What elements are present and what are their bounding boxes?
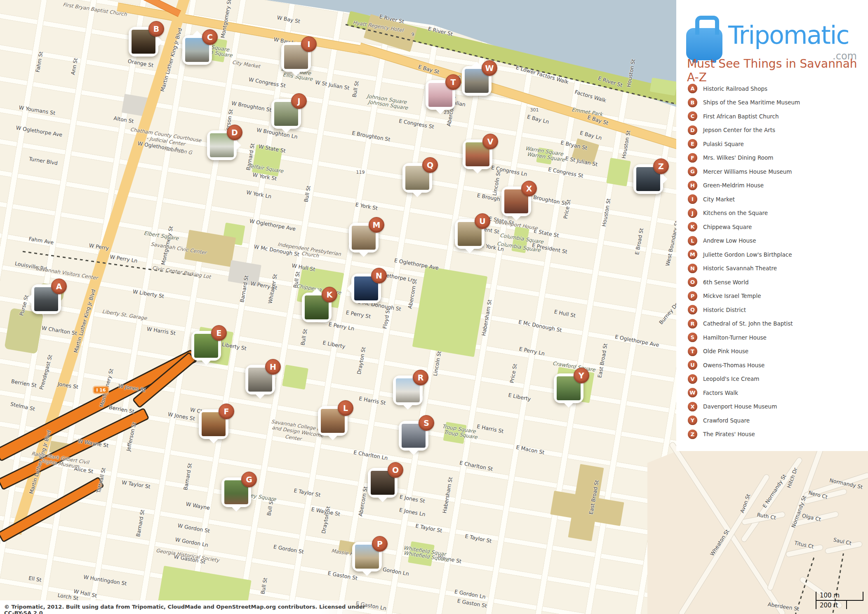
map-marker-S[interactable]: S bbox=[399, 421, 428, 451]
marker-badge-N: N bbox=[371, 268, 387, 283]
legend-label: Mrs. Wilkes' Dining Room bbox=[703, 154, 773, 161]
legend-badge-K: K bbox=[688, 222, 697, 231]
map-marker-Q[interactable]: Q bbox=[402, 163, 432, 193]
legend-badge-Q: Q bbox=[688, 305, 697, 314]
legend-label: Owens-Thomas House bbox=[703, 362, 764, 368]
marker-badge-D: D bbox=[227, 125, 242, 140]
legend-label: The Pirates' House bbox=[703, 431, 755, 437]
legend-badge-B: B bbox=[688, 98, 697, 107]
map-marker-V[interactable]: V bbox=[463, 139, 492, 169]
marker-badge-P: P bbox=[372, 536, 388, 552]
legend-label: Kitchens on the Square bbox=[703, 210, 768, 216]
legend-item-P[interactable]: PMickve Israel Temple bbox=[688, 291, 800, 301]
marker-badge-J: J bbox=[291, 93, 307, 109]
marker-badge-H: H bbox=[265, 359, 281, 375]
legend-badge-S: S bbox=[688, 333, 697, 342]
legend-item-A[interactable]: AHistoric Railroad Shops bbox=[688, 84, 800, 93]
map-marker-I[interactable]: I bbox=[281, 42, 311, 72]
map-marker-W[interactable]: W bbox=[462, 66, 492, 96]
legend-item-G[interactable]: GMercer Williams House Museum bbox=[688, 167, 800, 176]
legend-panel: Tripomatic .com Must See Things in Savan… bbox=[676, 0, 868, 451]
map-marker-T[interactable]: T bbox=[426, 80, 455, 110]
legend-item-O[interactable]: O6th Sense World bbox=[688, 277, 800, 287]
map-marker-F[interactable]: F bbox=[199, 409, 228, 439]
map-marker-J[interactable]: J bbox=[271, 99, 301, 129]
map-marker-Z[interactable]: Z bbox=[633, 164, 663, 194]
legend-item-S[interactable]: SHamilton-Turner House bbox=[688, 333, 800, 342]
marker-badge-I: I bbox=[301, 36, 317, 52]
park-madison-square bbox=[282, 365, 308, 390]
legend-label: Juliette Gordon Low's Birthplace bbox=[703, 251, 792, 258]
map-marker-U[interactable]: U bbox=[455, 219, 485, 249]
legend-badge-O: O bbox=[688, 277, 697, 287]
legend-item-E[interactable]: EPulaski Square bbox=[688, 139, 800, 149]
legend-label: Factors Walk bbox=[703, 390, 738, 396]
legend-item-I[interactable]: ICity Market bbox=[688, 194, 800, 204]
southeast-district-area bbox=[647, 438, 868, 614]
map-marker-L[interactable]: L bbox=[318, 406, 348, 436]
legend-label: Olde Pink House bbox=[703, 348, 748, 354]
legend-item-T[interactable]: TOlde Pink House bbox=[688, 347, 800, 356]
scale-bar: 100 m 200 ft bbox=[816, 592, 863, 609]
map-marker-P[interactable]: P bbox=[352, 542, 382, 571]
legend-badge-L: L bbox=[688, 236, 697, 246]
legend-label: Hamilton-Turner House bbox=[703, 334, 767, 341]
legend-badge-N: N bbox=[688, 264, 697, 273]
legend-item-W[interactable]: WFactors Walk bbox=[688, 388, 800, 397]
legend-item-C[interactable]: CFirst African Baptist Church bbox=[688, 111, 800, 121]
scale-imperial: 200 ft bbox=[816, 601, 847, 609]
map-marker-X[interactable]: X bbox=[501, 187, 531, 216]
map-marker-M[interactable]: M bbox=[349, 223, 379, 253]
legend-label: Ships of the Sea Maritime Museum bbox=[703, 99, 800, 106]
legend-item-U[interactable]: UOwens-Thomas House bbox=[688, 360, 800, 370]
marker-badge-R: R bbox=[413, 370, 428, 385]
legend-badge-G: G bbox=[688, 167, 697, 176]
legend-item-R[interactable]: RCathedral of St. John the Baptist bbox=[688, 319, 800, 328]
legend-item-Y[interactable]: YCrawford Square bbox=[688, 416, 800, 425]
map-marker-D[interactable]: D bbox=[207, 130, 237, 160]
legend-badge-M: M bbox=[688, 250, 697, 259]
logo-wordmark: Tripomatic bbox=[728, 21, 849, 50]
legend-item-H[interactable]: HGreen-Meldrim House bbox=[688, 181, 800, 190]
legend-item-J[interactable]: JKitchens on the Square bbox=[688, 208, 800, 218]
marker-badge-L: L bbox=[338, 400, 353, 416]
legend-label: Jepson Center for the Arts bbox=[703, 127, 775, 133]
legend-item-V[interactable]: VLeopold's Ice Cream bbox=[688, 374, 800, 384]
legend-item-X[interactable]: XDavenport House Museum bbox=[688, 402, 800, 411]
marker-badge-F: F bbox=[219, 404, 234, 419]
map-marker-R[interactable]: R bbox=[393, 375, 423, 405]
legend-item-Z[interactable]: ZThe Pirates' House bbox=[688, 430, 800, 439]
legend-badge-X: X bbox=[688, 402, 697, 411]
legend-label: Leopold's Ice Cream bbox=[703, 375, 759, 382]
legend-item-D[interactable]: DJepson Center for the Arts bbox=[688, 125, 800, 135]
map-marker-K[interactable]: K bbox=[302, 293, 332, 322]
legend-item-Q[interactable]: QHistoric District bbox=[688, 305, 800, 314]
map-marker-Y[interactable]: Y bbox=[554, 373, 583, 403]
legend-item-M[interactable]: MJuliette Gordon Low's Birthplace bbox=[688, 250, 800, 259]
legend-badge-H: H bbox=[688, 181, 697, 190]
legend-item-K[interactable]: KChippewa Square bbox=[688, 222, 800, 231]
map-marker-H[interactable]: H bbox=[245, 365, 275, 394]
map-marker-A[interactable]: A bbox=[31, 284, 61, 314]
legend-item-B[interactable]: BShips of the Sea Maritime Museum bbox=[688, 98, 800, 107]
legend-label: Chippewa Square bbox=[703, 224, 752, 230]
legend-item-L[interactable]: LAndrew Low House bbox=[688, 236, 800, 246]
marker-badge-K: K bbox=[322, 287, 337, 302]
attribution-bar: © Tripomatic, 2012. Built using data fro… bbox=[0, 600, 371, 614]
map-marker-N[interactable]: N bbox=[351, 274, 381, 303]
marker-badge-B: B bbox=[148, 21, 164, 37]
marker-badge-Q: Q bbox=[422, 157, 438, 173]
legend-item-N[interactable]: NHistoric Savannah Theatre bbox=[688, 264, 800, 273]
map-marker-E[interactable]: E bbox=[191, 331, 221, 361]
map-marker-O[interactable]: O bbox=[368, 468, 398, 498]
scale-metric: 100 m bbox=[816, 592, 863, 601]
marker-badge-V: V bbox=[482, 134, 498, 149]
map-marker-B[interactable]: B bbox=[129, 27, 158, 57]
ref-number: 23 bbox=[444, 110, 449, 115]
map-marker-G[interactable]: G bbox=[221, 477, 251, 507]
map-marker-C[interactable]: C bbox=[182, 35, 212, 65]
marker-badge-M: M bbox=[369, 217, 384, 233]
suitcase-handle-icon bbox=[695, 16, 719, 35]
legend-item-F[interactable]: FMrs. Wilkes' Dining Room bbox=[688, 153, 800, 163]
legend-label: Cathedral of St. John the Baptist bbox=[703, 320, 793, 327]
